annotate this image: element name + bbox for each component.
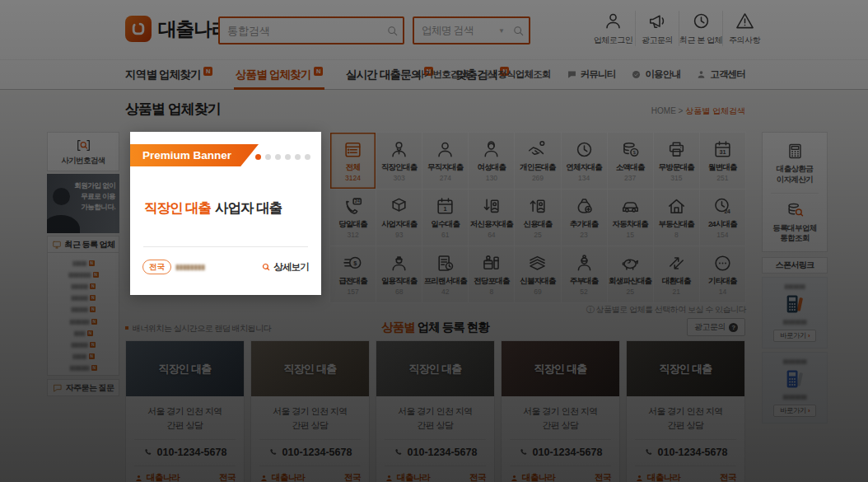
banner-dot[interactable] xyxy=(295,154,301,160)
category-cell[interactable]: 주부대출 52 xyxy=(562,246,607,302)
card-phone[interactable]: 010-1234-5678 xyxy=(635,447,736,458)
category-cell[interactable]: 대환대출 21 xyxy=(654,246,699,302)
breadcrumb[interactable]: HOME > 상품별 업체검색 xyxy=(651,105,745,117)
breadcrumb-home[interactable]: HOME xyxy=(651,106,676,115)
banner-dot[interactable] xyxy=(265,154,271,160)
fraud-number-search-button[interactable]: 사기번호검색 xyxy=(47,132,119,171)
recent-company-item[interactable]: ▮▮▮▮▮▮▮▮ N xyxy=(48,269,119,280)
brand-logo[interactable]: 대출나라 xyxy=(125,16,229,42)
tool-calculator[interactable]: 대출상환금이자계산기 xyxy=(763,142,827,185)
new-badge: N xyxy=(89,260,95,266)
card-phone[interactable]: 010-1234-5678 xyxy=(259,447,361,458)
category-cell[interactable]: 무방문대출 315 xyxy=(654,133,699,189)
banner-dot[interactable] xyxy=(305,154,310,160)
category-count: 64 xyxy=(488,231,495,239)
category-cell[interactable]: 31 월변대출 251 xyxy=(700,133,745,189)
member-icon xyxy=(134,474,143,482)
category-cell[interactable]: 자동차대출 15 xyxy=(608,190,653,246)
category-cell[interactable]: 일용직대출 68 xyxy=(376,246,422,302)
recent-company-item[interactable]: ▮▮▮▮▮▮ N xyxy=(48,292,119,304)
category-count: 3124 xyxy=(345,174,361,182)
recent-company-item[interactable]: ▮▮▮▮▮ N xyxy=(48,351,119,363)
category-cell[interactable]: 저신용자대출 64 xyxy=(469,190,514,246)
category-cell[interactable]: $ 급전대출 157 xyxy=(330,246,376,302)
category-cell[interactable]: 신불자대출 69 xyxy=(515,246,560,302)
category-cell[interactable]: 24 당일대출 312 xyxy=(330,190,376,246)
category-cell[interactable]: 추가대출 23 xyxy=(562,190,607,246)
nav-utility-person-fill[interactable]: 고객센터 xyxy=(696,60,745,89)
global-search-icon[interactable] xyxy=(381,24,403,38)
category-cell[interactable]: 프리랜서대출 42 xyxy=(422,246,468,302)
nav-utility-chat-filled[interactable]: 커뮤니티 xyxy=(567,60,616,89)
card-phone[interactable]: 010-1234-5678 xyxy=(134,447,236,458)
company-search-icon[interactable] xyxy=(507,24,529,38)
ad-inquiry-button[interactable]: 광고문의 ? xyxy=(687,318,745,336)
company-card[interactable]: 직장인 대출 서울 경기 인천 지역간편 상담 010-1234-5678 대출… xyxy=(376,340,495,482)
nav-item[interactable]: 상품별 업체찾기 N xyxy=(236,60,323,89)
recent-companies-header[interactable]: 최근 등록 업체 xyxy=(47,236,119,253)
global-search-input[interactable] xyxy=(220,25,381,37)
masked-company-name: ▮▮▮▮▮▮▮ xyxy=(69,364,89,372)
top-header: 대출나라 업체명 검색 ▼ 업체로그인 광고문의 최근 본 업체 주의사항 xyxy=(0,0,868,59)
category-cell[interactable]: 개인돈대출 269 xyxy=(515,133,560,189)
category-cell[interactable]: 무직자대출 274 xyxy=(422,133,468,189)
recent-company-item[interactable]: ▮▮▮▮▮▮ N xyxy=(48,304,119,316)
tool-db-search[interactable]: 등록대부업체통합조회 xyxy=(763,201,827,245)
category-count: 25 xyxy=(626,288,633,296)
category-cell[interactable]: 부동산대출 8 xyxy=(654,190,699,246)
card-phone[interactable]: 010-1234-5678 xyxy=(510,447,611,458)
member-icon xyxy=(635,474,644,482)
promo-image[interactable]: 회원가입 없이무료로 이용가능합니다. xyxy=(47,174,119,233)
category-label: 기타대출 xyxy=(708,276,737,287)
category-cell[interactable]: 신용대출 25 xyxy=(515,190,560,246)
recent-company-item[interactable]: ▮▮▮▮▮▮▮ N xyxy=(48,363,119,374)
banner-dot[interactable] xyxy=(255,154,261,160)
recent-company-item[interactable]: ▮▮▮▮▮▮ N xyxy=(48,339,119,350)
banner-dot[interactable] xyxy=(275,154,281,160)
nav-utility-search[interactable]: 사기번호검색 xyxy=(401,60,468,89)
category-cell[interactable]: 직장인대출 303 xyxy=(376,133,422,189)
sponsor-card[interactable]: ▮▮▮▮▮▮▮▮ ▮▮▮▮▮▮▮▮ 바로가기 › xyxy=(762,352,828,424)
nav-item[interactable]: 지역별 업체찾기 N xyxy=(125,60,212,89)
company-card[interactable]: 직장인 대출 서울 경기 인천 지역간편 상담 010-1234-5678 대출… xyxy=(501,340,620,482)
header-link-warning[interactable]: 주의사항 xyxy=(722,11,766,46)
category-cell[interactable]: 회생파산대출 25 xyxy=(608,246,653,302)
tools-box: 대출상환금이자계산기 등록대부업체통합조회 xyxy=(762,132,828,252)
company-card[interactable]: 직장인 대출 서울 경기 인천 지역간편 상담 010-1234-5678 대출… xyxy=(250,340,370,482)
nav-utility-doc[interactable]: 정식업체조회 xyxy=(483,60,550,89)
header-quick-links: 업체로그인 광고문의 최근 본 업체 주의사항 xyxy=(591,11,766,46)
category-cell[interactable]: 24 24시대출 154 xyxy=(700,190,745,246)
category-cell[interactable]: 1 일수대출 61 xyxy=(422,190,468,246)
category-count: 69 xyxy=(534,288,541,296)
sponsor-card[interactable]: ▮▮▮▮▮▮▮ ▮▮▮▮▮▮▮▮ 바로가기 › xyxy=(762,277,828,349)
faq-button[interactable]: 자주묻는 질문 xyxy=(47,379,119,396)
category-cell[interactable]: 기타대출 14 xyxy=(700,246,745,302)
premium-banner[interactable]: Premium Banner 직장인 대출사업자 대출 전국 ▮▮▮▮▮▮▮▮ … xyxy=(130,132,321,295)
category-cell[interactable]: 전체 3124 xyxy=(330,133,376,189)
header-link-megaphone[interactable]: 광고문의 xyxy=(635,11,679,46)
category-cell[interactable]: 전당포대출 8 xyxy=(469,246,514,302)
category-label: 전당포대출 xyxy=(474,276,510,287)
company-card[interactable]: 직장인 대출 서울 경기 인천 지역간편 상담 010-1234-5678 대출… xyxy=(125,340,245,482)
nav-utility-check[interactable]: 이용안내 xyxy=(631,60,680,89)
category-cell[interactable]: 사업자대출 93 xyxy=(376,190,422,246)
category-cell[interactable]: 연체자대출 134 xyxy=(562,133,607,189)
header-link-clock[interactable]: 최근 본 업체 xyxy=(679,11,722,46)
recent-company-item[interactable]: ▮▮▮▮ N xyxy=(48,327,119,339)
banner-detail-button[interactable]: 상세보기 xyxy=(261,261,309,274)
card-category: 직장인 대출 xyxy=(534,362,587,377)
header-link-user[interactable]: 업체로그인 xyxy=(591,11,635,46)
recent-company-item[interactable]: ▮▮▮▮▮▮ N xyxy=(48,280,119,292)
banner-dot[interactable] xyxy=(285,154,291,160)
company-search-box[interactable]: 업체명 검색 ▼ xyxy=(413,16,530,44)
sponsor-go-button[interactable]: 바로가기 › xyxy=(773,405,816,417)
category-cell[interactable]: 여성대출 130 xyxy=(469,133,514,189)
sponsor-go-button[interactable]: 바로가기 › xyxy=(773,330,816,342)
recent-company-item[interactable]: ▮▮▮▮▮ N xyxy=(48,257,119,269)
card-body: 서울 경기 인천 지역간편 상담 010-1234-5678 대출나라 전국 xyxy=(627,396,744,482)
company-card[interactable]: 직장인 대출 서울 경기 인천 지역간편 상담 010-1234-5678 대출… xyxy=(626,340,745,482)
card-phone[interactable]: 010-1234-5678 xyxy=(385,447,486,458)
category-cell[interactable]: $ 소액대출 237 xyxy=(608,133,653,189)
sponsor-masked-title: ▮▮▮▮▮▮▮ xyxy=(784,283,805,290)
recent-company-item[interactable]: ▮▮▮▮▮▮▮ N xyxy=(48,316,119,327)
